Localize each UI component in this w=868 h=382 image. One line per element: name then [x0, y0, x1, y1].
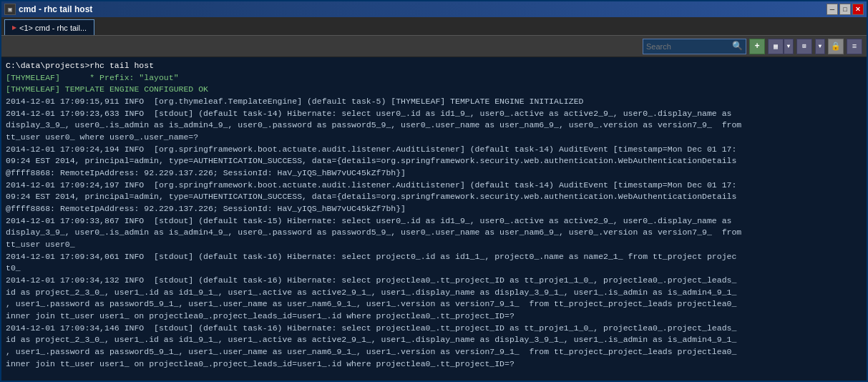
maximize-button[interactable]: □	[839, 4, 851, 15]
terminal-line: display_3_9_, user0_.is_admin as is_admi…	[6, 119, 862, 132]
tab-label: <1> cmd - rhc tail...	[19, 24, 87, 32]
terminal-line: 2014-12-01 17:09:34,132 INFO [stdout] (d…	[6, 275, 862, 287]
terminal-line: 09:24 EST 2014, principal=admin, type=AU…	[6, 191, 862, 203]
search-icon[interactable]: 🔍	[732, 41, 743, 52]
terminal-line: t0_	[6, 263, 862, 275]
minimize-button[interactable]: ─	[826, 4, 838, 15]
terminal-line: , user1_.password as password5_9_1_, use…	[6, 298, 862, 310]
tab-icon: ▶	[12, 24, 16, 31]
tab-bar: ▶ <1> cmd - rhc tail...	[1, 17, 867, 36]
view-button[interactable]: ▦	[768, 39, 784, 54]
terminal-line: @ffff8868: RemoteIpAddress: 92.229.137.2…	[6, 167, 862, 180]
terminal-line: C:\data\projects>rhc tail host	[6, 60, 862, 72]
terminal-line: 2014-12-01 17:09:15,911 INFO [org.thymel…	[6, 96, 862, 108]
terminal-line: 2014-12-01 17:09:34,061 INFO [stdout] (d…	[6, 251, 862, 263]
window-controls: ─ □ ✕	[826, 4, 864, 15]
close-button[interactable]: ✕	[852, 4, 864, 15]
terminal-line: display_3_9_, user0_.is_admin as is_admi…	[6, 227, 862, 239]
terminal-line: [THYMELEAF] * Prefix: "layout"	[6, 72, 862, 84]
terminal-output: C:\data\projects>rhc tail host[THYMELEAF…	[1, 57, 867, 381]
terminal-line: 2014-12-01 17:09:24,194 INFO [org.spring…	[6, 144, 862, 156]
terminal-line: id as project_2_3_0_, user1_.id as id1_9…	[6, 287, 862, 299]
add-button[interactable]: +	[749, 39, 765, 54]
title-bar: ▣ cmd - rhc tail host ─ □ ✕	[1, 1, 867, 17]
grid-dropdown-button[interactable]: ▼	[815, 39, 825, 54]
terminal-line: tt_user user0_ where user0_.user_name=?	[6, 132, 862, 144]
toolbar: 🔍 + ▦ ▼ ⊞ ▼ 🔒 ≡	[1, 36, 867, 57]
window-icon: ▣	[4, 4, 16, 15]
terminal-line: @ffff8868: RemoteIpAddress: 92.229.137.2…	[6, 203, 862, 215]
terminal-line: 2014-12-01 17:09:33,867 INFO [stdout] (d…	[6, 215, 862, 227]
main-window: ▣ cmd - rhc tail host ─ □ ✕ ▶ <1> cmd - …	[0, 0, 868, 382]
title-bar-left: ▣ cmd - rhc tail host	[4, 4, 92, 15]
terminal-line: 2014-12-01 17:09:34,146 INFO [stdout] (d…	[6, 323, 862, 335]
terminal-line: 2014-12-01 17:09:24,197 INFO [org.spring…	[6, 180, 862, 192]
terminal-line: id as project_2_3_0_, user1_.id as id1_9…	[6, 334, 862, 346]
terminal-line: inner join tt_user user1_ on projectlea0…	[6, 358, 862, 371]
terminal-line: tt_user user0_	[6, 239, 862, 251]
terminal-line: [THYMELEAF] TEMPLATE ENGINE CONFIGURED O…	[6, 84, 862, 96]
terminal-line: 09:24 EST 2014, principal=admin, type=AU…	[6, 155, 862, 167]
tab-cmd[interactable]: ▶ <1> cmd - rhc tail...	[4, 19, 94, 35]
terminal-line: inner join tt_user user1_ on projectlea0…	[6, 310, 862, 323]
dropdown-button[interactable]: ▼	[784, 39, 794, 54]
lock-button[interactable]: 🔒	[828, 39, 844, 54]
search-box[interactable]: 🔍	[643, 39, 746, 54]
grid-button[interactable]: ⊞	[796, 39, 812, 54]
window-title: cmd - rhc tail host	[19, 4, 92, 14]
search-input[interactable]	[646, 42, 732, 51]
menu-button[interactable]: ≡	[847, 39, 862, 54]
terminal-line: 2014-12-01 17:09:23,633 INFO [stdout] (d…	[6, 108, 862, 120]
terminal-line: , user1_.password as password5_9_1_, use…	[6, 346, 862, 358]
